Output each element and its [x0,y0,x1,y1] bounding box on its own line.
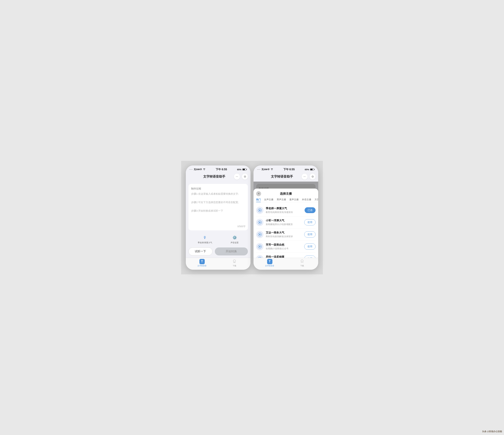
voice-selector-1[interactable]: 🎙 季老师/厚重大气 [198,235,212,244]
download-icon-1 [232,259,237,264]
nav-actions-2: ··· ⊙ [302,174,315,180]
target-button-2[interactable]: ⊙ [310,174,315,180]
status-right-2: 65% [305,168,315,171]
battery-icon [242,168,247,171]
voice-use-btn-3[interactable]: 使用 [304,244,315,250]
action-btns-1: 试听一下 开始转换 [189,246,248,258]
voice-use-btn-1[interactable]: 使用 [304,219,315,225]
voice-name-4: 思悦一温柔稳重 [266,255,302,258]
phone-1: ···· 无SIM卡 下午 6:55 65% 文字转语音助手 ··· ⊙ [186,165,251,270]
text-area-1[interactable]: 制作过程 步骤1:在这里输入或者粘贴需要转换的文字; 步骤2:可在下方选择您想要… [189,184,248,230]
voice-item-0: 季老师一厚重大气 教育培训|商务宣传|专题宣传 已选 [253,204,318,216]
tts-label-1: 文字转语音 [198,264,207,267]
voice-select-btn-0[interactable]: 已选 [305,207,315,213]
voice-item-3: 芳芳一甜美自然 短视频|小说阅读|公众号 使用 [253,241,318,253]
tab-hot[interactable]: 热门 [256,198,261,202]
status-right: 65% [237,168,247,171]
nav-title-2: 文字转语音助手 [262,174,302,179]
step3-text-1: 步骤3:开始转换或者试听一下 [191,209,223,212]
phone-2: ···· 无SIM卡 下午 6:55 65% 文字转语音助手 ··· ⊙ [253,165,318,270]
toolbar-1: 🎙 季老师/厚重大气 ⚙️ 声音设置 [189,233,248,246]
microphone-icon-1: 🎙 [202,235,208,241]
settings-btn-1[interactable]: ⚙️ 声音设置 [231,235,239,244]
more-button-1[interactable]: ··· [234,174,240,180]
nav-title-1: 文字转语音助手 [194,174,234,179]
voice-avatar-2 [256,231,263,238]
voice-info-3: 芳芳一甜美自然 短视频|小说阅读|公众号 [266,243,302,250]
modal-close-button[interactable]: ✕ [256,191,261,196]
target-button-1[interactable]: ⊙ [242,174,248,180]
battery-percent: 65% [237,168,241,171]
tab-download-1[interactable]: 下载 [218,259,251,267]
voice-name-1: 小军一浑厚大气 [266,219,302,222]
voice-desc-2: 商务宣传|政策解读|法律宣讲 [266,235,302,238]
tab-tts-2[interactable]: T 文字转语音 [253,259,286,267]
step2-text-1: 步骤2:可在下方选择您想要的不同语音配置; [191,201,239,204]
download-label-2: 下载 [300,264,304,267]
status-bar-1: ···· 无SIM卡 下午 6:55 65% [186,165,251,172]
tab-foreign[interactable]: 外语主播 [302,198,311,202]
status-left: ···· 无SIM卡 [189,168,206,171]
nav-actions-1: ··· ⊙ [234,174,248,180]
voice-desc-3: 短视频|小说阅读|公众号 [266,247,302,250]
tts-icon-2: T [267,259,272,264]
modal-overlay: ✕ 选择主播 热门 女声主播 男声主播 童声主播 外语主播 方言主播 [253,181,318,270]
modal-sheet: ✕ 选择主播 热门 女声主播 男声主播 童声主播 外语主播 方言主播 [253,189,318,270]
char-count-1: 0/500字 [237,225,245,228]
voice-info-4: 思悦一温柔稳重 新闻播报|广告创意|头条阅读 [266,255,302,258]
status-time-2: 下午 6:55 [283,168,295,171]
convert-button-1[interactable]: 开始转换 [215,247,248,255]
voice-avatar-0 [256,207,263,214]
svg-marker-4 [259,222,261,223]
svg-marker-8 [259,246,261,247]
voice-list: 季老师一厚重大气 教育培训|商务宣传|专题宣传 已选 小军一浑厚大气 [253,202,318,258]
battery-percent-2: 65% [305,168,309,171]
tab-bar-1: T 文字转语音 下载 [186,258,251,270]
tab-tts-1[interactable]: T 文字转语音 [186,259,218,267]
carrier-label: 无SIM卡 [194,168,202,171]
wifi-icon [203,168,206,171]
voice-name-3: 芳芳一甜美自然 [266,243,302,247]
step1-text-1: 步骤1:在这里输入或者粘贴需要转换的文字; [191,192,239,195]
main-content-2: 制作过程 步骤1:在这里输入或者粘贴需要转换的文字; 步骤2:可在下方选择您想要… [253,181,318,270]
tab-bar-2: T 文字转语音 下载 [253,258,318,270]
tab-female[interactable]: 女声主播 [264,198,273,202]
settings-label-1: 声音设置 [231,241,239,244]
download-label-1: 下载 [233,264,236,267]
tab-download-2[interactable]: 下载 [286,259,318,267]
download-icon-2 [299,259,305,264]
voice-desc-0: 教育培训|商务宣传|专题宣传 [266,211,302,214]
nav-bar-2: 文字转语音助手 ··· ⊙ [253,172,318,181]
voice-name-2: 艾达一商务大气 [266,231,302,235]
voice-name-0: 季老师一厚重大气 [266,207,302,210]
voice-avatar-3 [256,243,263,250]
tts-icon-1: T [199,259,205,264]
voice-item-2: 艾达一商务大气 商务宣传|政策解读|法律宣讲 使用 [253,228,318,240]
status-left-2: ···· 无SIM卡 [257,168,273,171]
gear-icon-1: ⚙️ [232,235,238,241]
voice-use-btn-4[interactable]: 使用 [304,256,315,258]
voice-item-4: 思悦一温柔稳重 新闻播报|广告创意|头条阅读 使用 [253,253,318,258]
more-button-2[interactable]: ··· [302,174,307,180]
app-container: ···· 无SIM卡 下午 6:55 65% 文字转语音助手 ··· ⊙ [181,161,323,274]
tab-child[interactable]: 童声主播 [289,198,299,202]
placeholder-text-1: 制作过程 步骤1:在这里输入或者粘贴需要转换的文字; 步骤2:可在下方选择您想要… [191,187,245,213]
tab-male[interactable]: 男声主播 [277,198,286,202]
preview-button-1[interactable]: 试听一下 [189,247,213,255]
signal-dots: ···· [189,168,193,171]
tts-label-2: 文字转语音 [265,264,274,267]
svg-point-11 [301,260,303,262]
voice-desc-1: 新闻播报|旁白介绍|影视配音 [266,223,302,226]
carrier-label-2: 无SIM卡 [261,168,270,171]
voice-info-2: 艾达一商务大气 商务宣传|政策解读|法律宣讲 [266,231,302,238]
voice-info-0: 季老师一厚重大气 教育培训|商务宣传|专题宣传 [266,207,302,214]
voice-use-btn-2[interactable]: 使用 [304,231,315,237]
svg-point-0 [233,260,235,262]
voice-info-1: 小军一浑厚大气 新闻播报|旁白介绍|影视配音 [266,219,302,226]
voice-item-1: 小军一浑厚大气 新闻播报|旁白介绍|影视配音 使用 [253,217,318,228]
voice-avatar-4 [256,255,263,258]
tab-dialect[interactable]: 方言主播 [315,198,318,202]
modal-tabs: 热门 女声主播 男声主播 童声主播 外语主播 方言主播 [253,198,318,202]
main-content-1: 制作过程 步骤1:在这里输入或者粘贴需要转换的文字; 步骤2:可在下方选择您想要… [186,181,251,258]
status-bar-2: ···· 无SIM卡 下午 6:55 65% [253,165,318,172]
